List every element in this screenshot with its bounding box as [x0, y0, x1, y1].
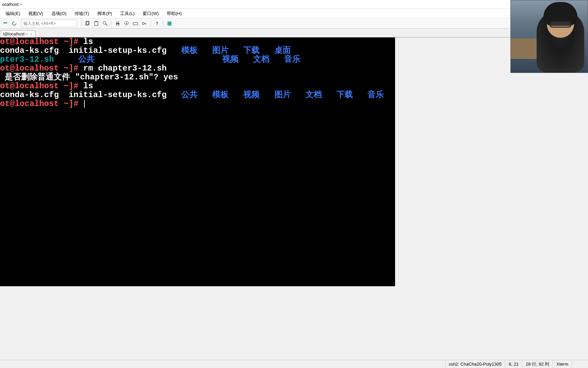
svg-rect-7 — [117, 21, 119, 23]
ls-output-files: conda-ks.cfg initial-setup-ks.cfg — [0, 46, 167, 55]
menu-help[interactable]: 帮助(H) — [163, 9, 186, 18]
toolbar: ? — [0, 18, 588, 29]
menubar: 编辑(E) 视图(V) 选项(O) 传输(T) 脚本(P) 工具(L) 窗口(W… — [0, 9, 588, 18]
host-input[interactable] — [21, 20, 77, 27]
toolbar-separator — [111, 20, 112, 27]
statusbar: ssh2: ChaCha20-Poly1305 8, 21 28 行, 92 列… — [0, 360, 588, 368]
status-spacer — [572, 360, 585, 368]
ls-output-dirs: 公共 模板 视频 图片 文档 下载 音乐 桌面 — [167, 90, 395, 99]
app-icon[interactable] — [165, 19, 174, 28]
menu-tools[interactable]: 工具(L) — [116, 9, 138, 18]
svg-point-11 — [142, 22, 144, 25]
terminal[interactable]: ot@localhost ~]# lsconda-ks.cfg initial-… — [0, 37, 395, 286]
command-text: ls — [83, 37, 93, 46]
tabbar: t@localhost:~ × — [0, 29, 588, 37]
session-tab[interactable]: t@localhost:~ × — [0, 30, 35, 37]
svg-rect-8 — [117, 24, 119, 26]
window-title: ocalhost:~ — [2, 2, 22, 7]
window-titlebar: ocalhost:~ — [0, 0, 588, 9]
ls-output-files: conda-ks.cfg initial-setup-ks.cfg — [0, 90, 167, 99]
status-cursor-pos: 8, 21 — [505, 360, 522, 368]
command-text: ls — [83, 81, 93, 91]
ls-output-script: pter3-12.sh — [0, 55, 54, 64]
prompt: ot@localhost ~]# — [0, 64, 83, 73]
prompt: ot@localhost ~]# — [0, 81, 83, 91]
settings-icon[interactable] — [122, 19, 131, 28]
status-connection: ssh2: ChaCha20-Poly1305 — [445, 360, 505, 368]
command-text: rm chapter3-12.sh — [83, 64, 167, 73]
tab-close-icon[interactable]: × — [30, 32, 32, 36]
status-size: 28 行, 92 列 — [522, 360, 553, 368]
menu-scripts[interactable]: 脚本(P) — [93, 9, 116, 18]
svg-point-9 — [126, 23, 127, 24]
svg-rect-10 — [133, 22, 138, 25]
toolbar-separator — [163, 20, 163, 27]
help-icon[interactable]: ? — [153, 19, 161, 28]
reconnect-icon[interactable] — [10, 19, 18, 28]
menu-transfer[interactable]: 传输(T) — [70, 9, 93, 18]
menu-edit[interactable]: 编辑(E) — [1, 9, 24, 18]
svg-rect-3 — [95, 21, 97, 22]
svg-point-4 — [103, 21, 106, 24]
tab-label: t@localhost:~ — [3, 32, 28, 36]
svg-text:?: ? — [156, 21, 159, 26]
menu-view[interactable]: 视图(V) — [24, 9, 47, 18]
ls-output-dirs: 公共 — [54, 55, 95, 64]
status-term-type: Xterm — [553, 360, 572, 368]
ls-output-dirs: 视频 文档 音乐 — [95, 55, 300, 64]
svg-line-5 — [105, 24, 107, 26]
connect-icon[interactable] — [1, 19, 10, 28]
print-icon[interactable] — [114, 19, 122, 28]
cursor — [84, 100, 85, 108]
ls-output-dirs: 模板 图片 下载 桌面 — [167, 46, 291, 55]
key-icon[interactable] — [140, 19, 148, 28]
svg-rect-15 — [167, 21, 172, 26]
paste-icon[interactable] — [92, 19, 100, 28]
find-icon[interactable] — [101, 19, 109, 28]
copy-icon[interactable] — [83, 19, 92, 28]
menu-options[interactable]: 选项(O) — [47, 9, 71, 18]
rm-confirm-text: 是否删除普通文件 "chapter3-12.sh"? yes — [0, 73, 178, 82]
prompt: ot@localhost ~]# — [0, 37, 83, 46]
keyboard-icon[interactable] — [131, 19, 140, 28]
toolbar-separator — [81, 20, 81, 27]
webcam-overlay — [510, 0, 588, 73]
menu-window[interactable]: 窗口(W) — [138, 9, 163, 18]
prompt: ot@localhost ~]# — [0, 99, 83, 108]
toolbar-separator — [150, 20, 151, 27]
webcam-person-glasses — [550, 21, 571, 28]
